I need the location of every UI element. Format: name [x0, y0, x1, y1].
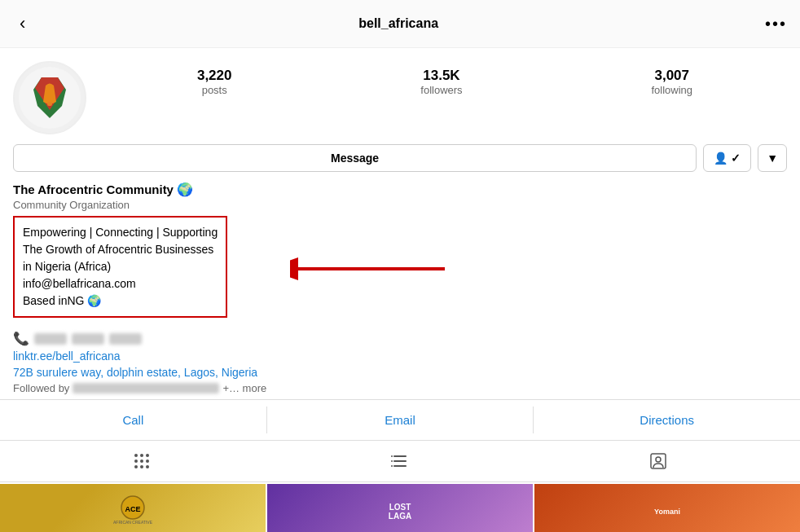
address-link[interactable]: 72B surulere way, dolphin estate, Lagos,… — [13, 366, 787, 379]
svg-point-10 — [140, 459, 143, 463]
followed-extra: +… more — [222, 382, 266, 394]
stats-row: 3,220 posts 13.5K followers 3,007 follow… — [13, 61, 787, 134]
followers-stat[interactable]: 13.5K followers — [420, 68, 462, 96]
svg-text:AFRICAN CREATIVE: AFRICAN CREATIVE — [113, 520, 153, 525]
back-button[interactable]: ‹ — [13, 10, 32, 37]
more-button[interactable]: ••• — [765, 15, 787, 33]
phone-blur-1 — [34, 333, 67, 345]
tab-row — [0, 441, 800, 482]
directions-button[interactable]: Directions — [534, 400, 800, 440]
call-button[interactable]: Call — [0, 400, 266, 440]
svg-point-22 — [656, 457, 661, 462]
thumbnail-grid: ACE AFRICAN CREATIVE LOSTLAGA Yomani — [0, 482, 800, 532]
svg-rect-3 — [47, 102, 52, 106]
checkmark-icon: ✓ — [731, 152, 741, 165]
followers-count: 13.5K — [420, 68, 462, 84]
account-name-text: The Afrocentric Community — [13, 182, 174, 196]
posts-stat[interactable]: 3,220 posts — [197, 68, 232, 96]
following-stat[interactable]: 3,007 following — [651, 68, 692, 96]
bio-line-1: Empowering | Connecting | Supporting — [23, 224, 218, 241]
phone-blur-2 — [72, 333, 104, 345]
svg-point-11 — [146, 459, 149, 463]
svg-rect-17 — [393, 465, 407, 467]
account-name: The Afrocentric Community 🌍 — [13, 182, 787, 197]
thumb-2[interactable]: LOSTLAGA — [267, 484, 533, 532]
bio-section: The Afrocentric Community 🌍 Community Or… — [0, 182, 800, 394]
stats-container: 3,220 posts 13.5K followers 3,007 follow… — [103, 68, 787, 96]
person-icon: 👤 — [714, 152, 727, 165]
tagged-tab[interactable] — [529, 441, 787, 481]
grid-icon — [20, 452, 265, 470]
list-tab[interactable] — [271, 441, 530, 481]
action-row: Message 👤 ✓ ▼ — [13, 144, 787, 172]
message-button[interactable]: Message — [13, 144, 697, 172]
thumb-1[interactable]: ACE AFRICAN CREATIVE — [0, 484, 266, 532]
profile-link[interactable]: linktr.ee/bell_africana — [13, 350, 787, 363]
username-title: bell_africana — [358, 16, 438, 31]
globe-emoji: 🌍 — [177, 182, 193, 197]
followed-by-row: Followed by +… more — [13, 382, 787, 394]
phone-row: 📞 — [13, 331, 787, 346]
phone-blur-3 — [109, 333, 142, 345]
top-bar: ‹ bell_africana ••• — [0, 0, 800, 48]
email-button[interactable]: Email — [267, 400, 534, 440]
svg-point-9 — [134, 459, 138, 463]
svg-point-7 — [140, 454, 143, 457]
avatar — [13, 61, 86, 134]
svg-rect-16 — [393, 460, 407, 462]
svg-point-6 — [134, 454, 138, 457]
list-icon — [278, 452, 523, 470]
annotation-arrow — [290, 253, 453, 288]
posts-label: posts — [197, 84, 232, 96]
svg-point-14 — [146, 465, 149, 468]
followers-label: followers — [420, 84, 462, 96]
bio-line-5: Based inNG 🌍 — [23, 292, 218, 310]
cta-row: Call Email Directions — [0, 399, 800, 441]
svg-rect-19 — [391, 460, 393, 462]
following-label: following — [651, 84, 692, 96]
svg-rect-18 — [391, 455, 393, 457]
following-count: 3,007 — [651, 68, 692, 84]
phone-icon: 📞 — [13, 331, 29, 346]
svg-point-13 — [140, 465, 143, 468]
profile-section: 3,220 posts 13.5K followers 3,007 follow… — [0, 48, 800, 182]
bio-line-3: in Nigeria (Africa) — [23, 258, 218, 275]
bio-line-4: info@bellafricana.com — [23, 275, 218, 292]
follow-button[interactable]: 👤 ✓ — [703, 144, 751, 172]
bio-line-2: The Growth of Afrocentric Businesses — [23, 241, 218, 258]
svg-rect-15 — [393, 455, 407, 457]
person-tag-icon — [535, 452, 780, 470]
thumb-3[interactable]: Yomani — [534, 484, 800, 532]
svg-text:ACE: ACE — [125, 505, 140, 513]
followed-by-text: Followed by — [13, 382, 69, 394]
bio-box: Empowering | Connecting | Supporting The… — [13, 216, 227, 318]
svg-point-8 — [146, 454, 149, 457]
svg-point-12 — [134, 465, 138, 468]
account-category: Community Organization — [13, 199, 787, 211]
dropdown-button[interactable]: ▼ — [758, 144, 787, 172]
svg-rect-20 — [391, 465, 393, 467]
followed-blur — [73, 383, 219, 394]
grid-tab[interactable] — [13, 441, 271, 481]
posts-count: 3,220 — [197, 68, 232, 84]
